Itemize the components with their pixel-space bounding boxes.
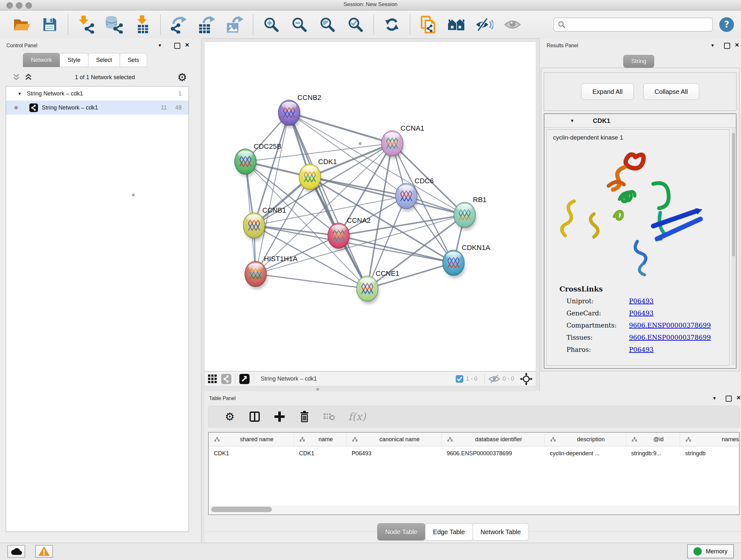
network-options-gear-icon[interactable]: ⚙	[178, 72, 187, 83]
warning-status-button[interactable]	[35, 545, 53, 558]
save-session-button[interactable]	[36, 14, 64, 35]
edge-CCNB2-RB1[interactable]	[289, 113, 465, 215]
tab-string[interactable]: String	[623, 55, 654, 68]
cloud-status-button[interactable]	[7, 545, 25, 558]
select-columns-button[interactable]	[242, 411, 267, 422]
window-title: Session: New Session	[0, 1, 741, 8]
open-session-button[interactable]	[8, 14, 36, 35]
import-database-button[interactable]	[100, 14, 128, 35]
collection-caret-icon[interactable]: ▼	[17, 91, 22, 96]
column-header-shared-name[interactable]: shared name	[209, 433, 294, 446]
tab-sets[interactable]: Sets	[120, 53, 147, 67]
column-header-name[interactable]: name	[294, 433, 347, 446]
node-rb1[interactable]: RB1	[454, 196, 487, 230]
crosslink-link[interactable]: 9606.ENSP00000378699	[629, 321, 711, 329]
column-header-description[interactable]: description	[545, 433, 626, 446]
delete-column-button[interactable]	[292, 411, 317, 422]
control-panel-collapse-icon[interactable]: ▼	[158, 43, 162, 48]
clear-table-button[interactable]	[317, 413, 342, 421]
copy-network-button[interactable]	[414, 14, 442, 35]
hidden-eye-icon[interactable]	[488, 374, 500, 383]
table-panel-float-icon[interactable]	[726, 395, 732, 401]
network-view-canvas[interactable]: CCNB2CCNA1CDC25BCDK1CDC6RB1CCNB1CCNA2CDK…	[204, 42, 536, 371]
expand-all-networks-icon[interactable]	[24, 73, 32, 81]
results-panel-collapse-icon[interactable]: ▼	[711, 43, 715, 48]
edge-CCNA2-CDKN1A[interactable]	[339, 236, 454, 263]
entry-caret-icon[interactable]: ▼	[570, 118, 575, 123]
search-input[interactable]	[568, 21, 712, 28]
crosslink-link[interactable]: P06493	[629, 346, 654, 354]
results-scrollbar-thumb[interactable]	[732, 133, 735, 256]
crosshair-icon[interactable]	[520, 373, 533, 385]
table-hscrollbar[interactable]	[209, 505, 738, 514]
tab-select[interactable]: Select	[88, 53, 120, 67]
table-settings-icon[interactable]: ⚙	[225, 411, 234, 422]
hide-selected-button[interactable]	[470, 14, 498, 35]
control-panel-float-icon[interactable]	[174, 43, 180, 49]
network-graph[interactable]: CCNB2CCNA1CDC25BCDK1CDC6RB1CCNB1CCNA2CDK…	[205, 42, 536, 371]
node-label-cdk1: CDK1	[318, 158, 337, 166]
export-image-button[interactable]	[221, 14, 249, 35]
node-ccne1[interactable]: CCNE1	[356, 269, 400, 304]
node-hist1h1a[interactable]: HIST1H1A	[245, 255, 297, 289]
tab-style[interactable]: Style	[60, 53, 88, 67]
edge-CCNB2-CCNE1[interactable]	[289, 113, 367, 289]
refresh-button[interactable]	[378, 14, 406, 35]
table-row[interactable]: CDK1CDK1P064939606.ENSP00000378699cyclin…	[209, 446, 739, 460]
results-scrollbar[interactable]	[732, 128, 735, 366]
results-panel-close-icon[interactable]: ×	[735, 42, 739, 49]
column-header-namespace[interactable]: namespace	[680, 433, 740, 446]
expand-all-button[interactable]: Expand All	[581, 83, 634, 100]
zoom-out-button[interactable]	[285, 14, 313, 35]
help-button[interactable]: ?	[719, 17, 734, 32]
column-header-canonical-name[interactable]: canonical name	[347, 433, 442, 446]
node-ccnb2[interactable]: CCNB2	[278, 94, 321, 128]
crosslink-link[interactable]: P06493	[629, 297, 654, 305]
tab-node-table[interactable]: Node Table	[377, 523, 425, 541]
splitter-handle[interactable]	[132, 193, 135, 196]
node-entry-header[interactable]: ▼ CDK1	[544, 114, 736, 128]
network-collection-row[interactable]: ▼ String Network – cdk1 1	[6, 86, 189, 101]
table-panel-close-icon[interactable]: ×	[737, 394, 741, 401]
edge-HIST1H1A-CCNE1[interactable]	[256, 274, 367, 289]
zoom-selected-button[interactable]	[341, 14, 369, 35]
column-header-database-identifier[interactable]: database identifier	[442, 433, 545, 446]
tab-edge-table[interactable]: Edge Table	[425, 523, 473, 541]
splitter-handle[interactable]	[359, 142, 361, 145]
control-panel-close-icon[interactable]: ×	[185, 42, 189, 49]
zoom-in-button[interactable]	[257, 14, 285, 35]
export-table-button[interactable]	[193, 14, 221, 35]
table-hscrollbar-thumb[interactable]	[211, 507, 272, 512]
add-column-button[interactable]	[267, 412, 292, 422]
network-row[interactable]: String Network – cdk1 11 48	[6, 101, 189, 115]
search-box[interactable]	[553, 17, 713, 32]
edge-CCNB2-CCNA1[interactable]	[289, 113, 392, 143]
results-panel-float-icon[interactable]	[724, 43, 730, 49]
zoom-fit-button[interactable]	[313, 14, 341, 35]
column-header--id[interactable]: @id	[626, 433, 680, 446]
share-network-icon[interactable]	[221, 374, 231, 384]
import-network-button[interactable]	[72, 14, 100, 35]
function-builder-button[interactable]: f(x)	[342, 411, 373, 423]
memory-button[interactable]: Memory	[687, 544, 734, 558]
crosslink-link[interactable]: 9606.ENSP00000378699	[629, 334, 711, 341]
collapse-all-button[interactable]: Collapse All	[643, 83, 699, 100]
import-table-button[interactable]	[128, 14, 156, 35]
edge-CCNB1-CCNA2[interactable]	[254, 226, 339, 236]
export-network-button[interactable]	[165, 14, 193, 35]
edge-CCNB2-HIST1H1A[interactable]	[256, 113, 289, 274]
tab-network-table[interactable]: Network Table	[473, 523, 529, 541]
node-cdkn1a[interactable]: CDKN1A	[443, 244, 490, 278]
toolbar-separator	[253, 15, 253, 35]
home-button[interactable]	[442, 14, 470, 35]
splitter-handle[interactable]	[316, 388, 319, 391]
table-panel-collapse-icon[interactable]: ▼	[712, 395, 717, 401]
show-all-button[interactable]	[498, 14, 527, 35]
tab-network[interactable]: Network	[23, 53, 60, 67]
collapse-all-networks-icon[interactable]	[12, 73, 20, 81]
selected-checkbox-icon[interactable]	[456, 375, 463, 383]
crosslink-link[interactable]: P06493	[629, 309, 654, 317]
birdseye-icon[interactable]	[239, 374, 250, 384]
node-table[interactable]: shared namenamecanonical namedatabase id…	[208, 432, 740, 515]
grid-view-icon[interactable]	[208, 374, 217, 384]
